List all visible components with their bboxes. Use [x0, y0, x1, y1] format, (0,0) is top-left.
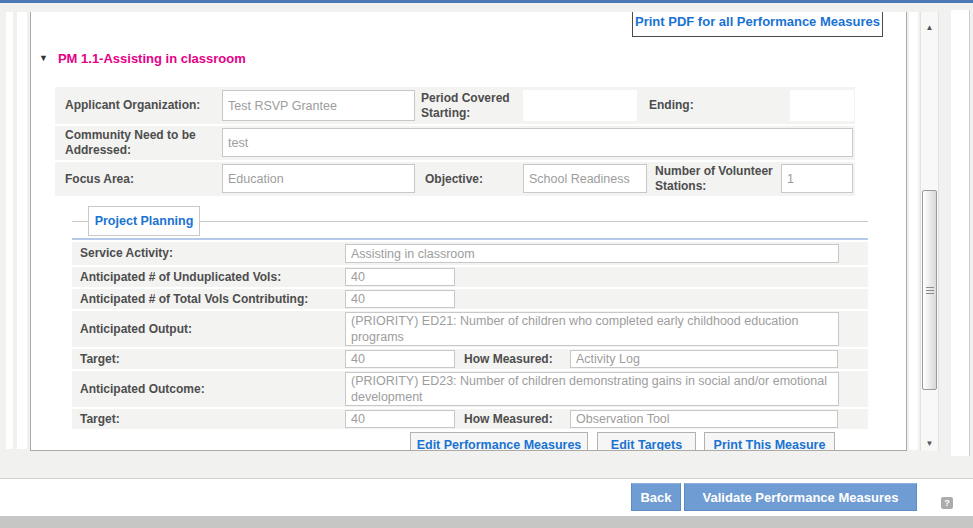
scroll-thumb[interactable] — [922, 190, 937, 390]
help-icon[interactable]: ? — [941, 497, 953, 509]
summary-row: Applicant Organization: Period Covered S… — [55, 87, 855, 124]
service-activity-label: Service Activity: — [80, 246, 173, 261]
volunteer-stations-label: Number of Volunteer Stations: — [655, 164, 785, 194]
vertical-scrollbar[interactable]: ▲ ▼ — [920, 12, 939, 451]
anticipated-outcome-label: Anticipated Outcome: — [80, 382, 205, 397]
how-measured-output-label: How Measured: — [464, 352, 553, 367]
objective-field[interactable] — [523, 164, 647, 193]
right-margin-column — [951, 10, 970, 456]
scroll-down-icon: ▼ — [926, 439, 934, 448]
scroll-down-button[interactable]: ▼ — [921, 432, 938, 446]
pm-collapse-icon[interactable]: ▼ — [39, 53, 48, 63]
print-all-button[interactable]: Print PDF for all Performance Measures — [632, 12, 883, 37]
target-output-field[interactable] — [345, 350, 455, 368]
how-measured-outcome-field[interactable] — [570, 410, 838, 428]
planning-row: Anticipated Output: (PRIORITY) ED21: Num… — [72, 311, 868, 347]
scroll-up-button[interactable]: ▲ — [921, 16, 938, 30]
how-measured-output-field[interactable] — [570, 350, 838, 368]
page: Print PDF for all Performance Measures ▼… — [0, 0, 973, 528]
planning-row: Anticipated # of Total Vols Contributing… — [72, 289, 868, 309]
edit-targets-button[interactable]: Edit Targets — [597, 432, 696, 451]
print-this-measure-button[interactable]: Print This Measure — [704, 432, 835, 451]
planning-panel: Service Activity: Anticipated # of Undup… — [72, 238, 868, 451]
summary-row: Community Need to be Addressed: — [55, 126, 855, 160]
back-button[interactable]: Back — [631, 483, 681, 511]
top-accent-line — [0, 0, 973, 3]
focus-area-field[interactable] — [222, 164, 415, 193]
ending-field[interactable] — [790, 90, 854, 121]
left-strip — [17, 12, 27, 449]
community-need-label: Community Need to be Addressed: — [65, 128, 215, 158]
validate-button[interactable]: Validate Performance Measures — [684, 483, 917, 511]
community-need-field[interactable] — [222, 128, 853, 157]
target-outcome-field[interactable] — [345, 410, 455, 428]
scroll-up-icon: ▲ — [926, 23, 934, 32]
left-strip — [6, 12, 13, 449]
project-planning-tab[interactable]: Project Planning — [88, 206, 200, 236]
unduplicated-vols-label: Anticipated # of Unduplicated Vols: — [80, 270, 281, 285]
planning-row: Anticipated # of Unduplicated Vols: — [72, 267, 868, 287]
applicant-organization-label: Applicant Organization: — [65, 98, 200, 113]
target-output-label: Target: — [80, 352, 120, 367]
anticipated-output-field[interactable]: (PRIORITY) ED21: Number of children who … — [345, 312, 839, 346]
how-measured-outcome-label: How Measured: — [464, 412, 553, 427]
total-vols-label: Anticipated # of Total Vols Contributing… — [80, 292, 308, 307]
planning-row: Target: How Measured: — [72, 409, 868, 429]
unduplicated-vols-field[interactable] — [345, 268, 455, 286]
period-covered-starting-field[interactable] — [523, 90, 637, 121]
focus-area-label: Focus Area: — [65, 172, 134, 187]
footer-bar: Back Validate Performance Measures ? — [0, 479, 973, 516]
applicant-organization-field[interactable] — [222, 90, 415, 121]
pm-title: PM 1.1-Assisting in classroom — [58, 51, 246, 66]
edit-performance-measures-button[interactable]: Edit Performance Measures — [410, 432, 588, 451]
scroll-grip-icon — [926, 287, 934, 295]
summary-row: Focus Area: Objective: Number of Volunte… — [55, 162, 855, 196]
planning-row: Anticipated Outcome: (PRIORITY) ED23: Nu… — [72, 371, 868, 407]
period-covered-starting-label: Period Covered Starting: — [421, 91, 526, 121]
anticipated-outcome-field[interactable]: (PRIORITY) ED23: Number of children demo… — [345, 372, 839, 406]
planning-row: Service Activity: — [72, 242, 868, 265]
target-outcome-label: Target: — [80, 412, 120, 427]
total-vols-field[interactable] — [345, 290, 455, 308]
content-panel: Print PDF for all Performance Measures ▼… — [30, 12, 907, 451]
planning-row: Target: How Measured: — [72, 349, 868, 369]
volunteer-stations-field[interactable] — [781, 164, 853, 193]
service-activity-field[interactable] — [345, 244, 839, 263]
bottom-taskbar — [0, 516, 973, 528]
ending-label: Ending: — [649, 98, 694, 113]
objective-label: Objective: — [425, 172, 483, 187]
anticipated-output-label: Anticipated Output: — [80, 322, 192, 337]
pm-section-header[interactable]: ▼ PM 1.1-Assisting in classroom — [39, 50, 246, 66]
right-strip — [909, 12, 918, 450]
